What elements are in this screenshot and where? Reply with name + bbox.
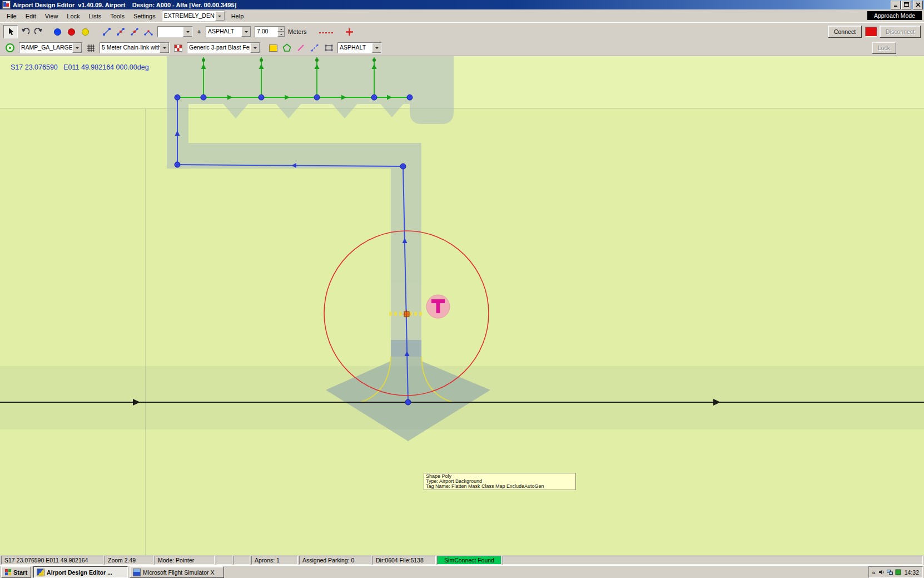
title-bar: Airport Design Editor v1.40.09. Airport … [0, 0, 924, 9]
chevron-down-icon[interactable] [241, 27, 251, 37]
network-icon[interactable] [887, 569, 893, 575]
spin-up-button[interactable] [277, 27, 285, 32]
simconnect-tray-icon[interactable] [895, 569, 901, 575]
menu-edit[interactable]: Edit [21, 11, 41, 21]
task-flight-simulator[interactable]: Microsoft Flight Simulator X [130, 566, 224, 578]
red-node-tool-button[interactable] [64, 26, 78, 38]
join-taxi-links-button[interactable] [142, 26, 155, 38]
menu-help[interactable]: Help [227, 11, 249, 21]
plus-icon: + [197, 28, 201, 35]
grid-tool-button[interactable] [84, 42, 97, 54]
blast-fence-dropdown[interactable]: Generic 3-part Blast Fence [187, 42, 260, 53]
windows-logo-icon [5, 569, 11, 575]
link-type-dropdown[interactable] [157, 26, 193, 37]
start-label: Start [13, 569, 27, 576]
connection-color-swatch[interactable] [865, 27, 877, 37]
add-taxi-link-button[interactable] [100, 26, 113, 38]
pointer-tool-button[interactable] [3, 25, 18, 38]
yellow-node-tool-button[interactable] [78, 26, 92, 38]
status-dir-file: Dir:0604 File:5138 [372, 556, 436, 565]
yellow-square-icon [269, 45, 277, 52]
app-icon [2, 1, 11, 9]
blast-fence-tool-button[interactable] [171, 42, 185, 54]
minimize-button[interactable] [891, 1, 901, 9]
spin-down-button[interactable] [277, 32, 285, 37]
map-canvas[interactable]: S17 23.076590 E011 49.982164 000.00deg S… [0, 56, 924, 556]
surface-value-second: ASPHALT [338, 43, 372, 53]
grid-icon [87, 44, 95, 52]
parking-circle-icon [5, 43, 15, 53]
yellow-node-icon [82, 28, 89, 36]
chevron-down-icon[interactable] [160, 43, 169, 53]
status-empty-2 [234, 556, 250, 565]
disconnect-button: Disconnect [880, 26, 921, 38]
taxi-link-icon [102, 27, 111, 36]
pentagon-icon [282, 43, 291, 52]
parking-type-dropdown[interactable]: RAMP_GA_LARGE [19, 42, 82, 53]
maximize-icon [904, 2, 909, 7]
taxi-nodes[interactable] [175, 95, 413, 405]
parking-marker[interactable] [426, 295, 450, 318]
surface-dropdown-second[interactable]: ASPHALT [337, 42, 382, 53]
connect-button[interactable]: Connect [828, 26, 862, 38]
tray-overflow-chevron[interactable]: « [872, 569, 876, 576]
width-value: 7.00 [255, 27, 277, 37]
approach-mode-badge[interactable]: Approach Mode [867, 11, 922, 20]
task-airport-design-editor[interactable]: Airport Design Editor ... [33, 566, 128, 578]
add-vertex-tool-button[interactable] [343, 26, 356, 38]
dashed-link-tool-button[interactable] [308, 42, 321, 54]
taskbar: Start Airport Design Editor ... Microsof… [0, 565, 924, 578]
polygon-tool-button[interactable] [280, 42, 294, 54]
menu-file[interactable]: File [2, 11, 21, 21]
minimize-icon [893, 2, 898, 7]
undo-button[interactable] [18, 26, 32, 38]
menu-lists[interactable]: Lists [85, 11, 106, 21]
chevron-down-icon[interactable] [250, 43, 260, 53]
fsx-task-icon [133, 569, 141, 576]
chevron-down-icon[interactable] [72, 43, 82, 53]
chevron-down-icon[interactable] [183, 27, 192, 37]
ade-task-icon [37, 569, 44, 576]
width-unit-label: Meters [288, 28, 307, 35]
menu-view[interactable]: View [41, 11, 63, 21]
red-plus-icon [345, 28, 354, 36]
apron-tool-button[interactable] [266, 42, 280, 54]
edge-line-tool-button[interactable] [294, 42, 307, 54]
maximize-button[interactable] [901, 1, 911, 9]
menu-tools[interactable]: Tools [106, 11, 129, 21]
start-button[interactable]: Start [1, 566, 31, 578]
taxiway-pavement[interactable] [167, 56, 454, 357]
density-dropdown[interactable]: EXTREMELY_DENSE [162, 11, 225, 21]
status-empty-1 [216, 556, 232, 565]
close-button[interactable] [913, 1, 923, 9]
small-plus-button[interactable]: + [195, 26, 203, 38]
width-spinner[interactable]: 7.00 [255, 26, 285, 37]
link-type-value [158, 27, 183, 37]
red-node-icon [68, 28, 75, 36]
density-value: EXTREMELY_DENSE [162, 11, 215, 21]
blast-fence-value: Generic 3-part Blast Fence [187, 43, 250, 53]
select-rectangle-tool-button[interactable] [322, 42, 335, 54]
menu-lock[interactable]: Lock [62, 11, 84, 21]
surface-dropdown-top[interactable]: ASPHALT [206, 26, 251, 37]
pink-line-icon [296, 43, 305, 52]
fence-type-dropdown[interactable]: 5 Meter Chain-link with be [100, 42, 170, 53]
volume-icon[interactable] [878, 569, 885, 575]
cursor-coordinate-readout: S17 23.076590 E011 49.982164 000.00deg [11, 63, 149, 71]
undo-icon [21, 27, 29, 36]
rect-outline-icon [324, 43, 334, 52]
checker-icon [174, 45, 182, 52]
chevron-down-icon[interactable] [215, 11, 225, 21]
status-aprons: Aprons: 1 [251, 556, 298, 565]
pointer-icon [6, 27, 15, 36]
blue-node-tool-button[interactable] [51, 26, 64, 38]
split-taxi-link-button[interactable] [128, 26, 141, 38]
dashed-line-tool-button[interactable] [318, 26, 335, 38]
close-icon [916, 2, 921, 7]
window-title: Airport Design Editor v1.40.09. Airport … [13, 2, 890, 8]
chevron-down-icon[interactable] [372, 43, 381, 53]
insert-taxi-point-button[interactable] [114, 26, 127, 38]
menu-settings[interactable]: Settings [129, 11, 160, 21]
parking-spot-tool-button[interactable] [3, 42, 17, 54]
redo-button[interactable] [32, 26, 46, 38]
